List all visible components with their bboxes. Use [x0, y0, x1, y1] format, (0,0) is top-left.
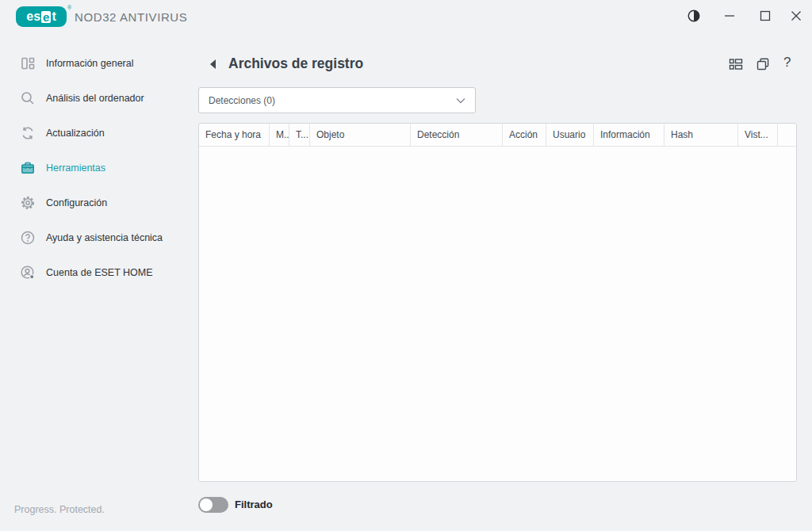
column-header-deteccion[interactable]: Detección [411, 124, 503, 146]
column-header-informacion[interactable]: Información [594, 124, 665, 146]
app-window: eset ® NOD32 ANTIVIRUS [0, 0, 812, 531]
back-button[interactable] [208, 58, 219, 71]
sidebar-item-label: Cuenta de ESET HOME [46, 267, 153, 278]
sidebar-item-configuracion[interactable]: Configuración [0, 185, 198, 220]
help-icon[interactable]: ? [783, 55, 791, 71]
search-icon [20, 90, 36, 106]
column-header-objeto[interactable]: Objeto [310, 124, 411, 146]
registered-trademark: ® [67, 5, 71, 10]
filter-toggle-label: Filtrado [235, 499, 273, 510]
brand-boxed-letter: e [41, 11, 51, 23]
dropdown-selected-value: Detecciones (0) [209, 95, 456, 106]
minimize-button[interactable] [718, 6, 741, 25]
theme-toggle-icon[interactable] [683, 6, 705, 25]
filter-toggle[interactable] [198, 497, 228, 513]
brand-text-end: t [52, 10, 56, 24]
account-icon [20, 265, 36, 281]
sidebar-item-actualizacion[interactable]: Actualización [0, 116, 198, 151]
sidebar-item-cuenta-eset-home[interactable]: Cuenta de ESET HOME [0, 255, 198, 290]
overview-icon [20, 55, 36, 71]
column-header-hash[interactable]: Hash [665, 124, 738, 146]
close-button[interactable] [785, 6, 807, 25]
log-details-icon[interactable] [728, 56, 744, 72]
titlebar: eset ® NOD32 ANTIVIRUS [0, 0, 812, 36]
update-icon [20, 125, 36, 141]
sidebar-item-ayuda[interactable]: Ayuda y asistencia técnica [0, 220, 198, 255]
log-table: Fecha y hora M.. T... Objeto Detección A… [198, 123, 797, 482]
brand-text: es [26, 10, 40, 24]
chevron-down-icon [456, 97, 465, 104]
sidebar-item-herramientas[interactable]: Herramientas [0, 151, 198, 185]
sidebar-item-label: Ayuda y asistencia técnica [46, 232, 163, 243]
column-header-accion[interactable]: Acción [503, 124, 546, 146]
sidebar-item-label: Herramientas [46, 162, 105, 174]
product-name: NOD32 ANTIVIRUS [75, 10, 187, 24]
tools-briefcase-icon [20, 160, 36, 176]
sidebar-item-label: Análisis del ordenador [46, 93, 144, 104]
eset-logo: eset ® [16, 6, 71, 27]
copy-icon[interactable] [755, 56, 771, 72]
column-header-t[interactable]: T... [289, 124, 310, 146]
eset-logo-badge: eset [16, 6, 67, 27]
maximize-button[interactable] [754, 6, 776, 25]
page-title: Archivos de registro [228, 55, 363, 72]
table-header-row: Fecha y hora M.. T... Objeto Detección A… [199, 124, 796, 147]
sidebar-item-label: Configuración [46, 197, 107, 208]
sidebar-item-label: Información general [46, 58, 133, 69]
help-circle-icon [20, 230, 36, 246]
table-body-empty [199, 147, 796, 482]
column-header-usuario[interactable]: Usuario [546, 124, 594, 146]
column-header-fecha[interactable]: Fecha y hora [199, 124, 270, 146]
sidebar-nav: Información general Análisis del ordenad… [0, 46, 198, 290]
gear-icon [20, 195, 36, 211]
log-type-dropdown[interactable]: Detecciones (0) [198, 87, 476, 113]
sidebar-item-label: Actualización [46, 128, 105, 139]
sidebar-item-informacion-general[interactable]: Información general [0, 46, 198, 81]
column-header-m[interactable]: M.. [270, 124, 289, 146]
column-header-vist[interactable]: Vist... [738, 124, 778, 146]
sidebar-item-analisis-del-ordenador[interactable]: Análisis del ordenador [0, 81, 198, 116]
status-tagline: Progress. Protected. [14, 504, 105, 515]
filter-toggle-knob [200, 499, 213, 511]
column-header-empty[interactable] [778, 124, 796, 146]
